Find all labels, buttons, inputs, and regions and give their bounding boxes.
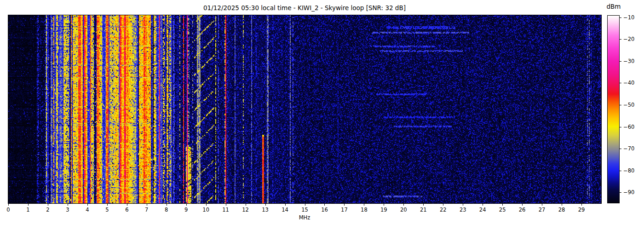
x-tick-label: 24 (479, 207, 486, 213)
x-tick (226, 204, 226, 206)
x-tick (423, 204, 424, 206)
x-tick-label: 21 (420, 207, 427, 213)
colorbar-tick-label: −90 (623, 189, 634, 196)
colorbar-tick-label: −80 (623, 167, 634, 174)
waterfall-canvas (8, 15, 601, 203)
colorbar-tick (620, 39, 621, 40)
colorbar-tick (620, 192, 621, 193)
x-tick-label: 23 (460, 207, 466, 213)
x-tick-label: 19 (380, 207, 387, 213)
x-tick-label: 14 (282, 207, 288, 213)
x-tick-label: 28 (558, 207, 565, 213)
x-tick-label: 11 (222, 207, 229, 213)
colorbar-tick-label: −70 (623, 145, 634, 152)
x-tick (285, 204, 286, 206)
x-tick-label: 29 (578, 207, 585, 213)
x-tick (68, 204, 68, 206)
x-tick (167, 204, 167, 206)
x-tick (147, 204, 147, 206)
x-tick-label: 7 (145, 207, 148, 213)
colorbar-tick-label: −10 (623, 14, 634, 21)
x-tick (48, 204, 48, 206)
colorbar-tick-label: −60 (623, 124, 634, 130)
x-tick (542, 204, 542, 206)
colorbar-tick (620, 105, 621, 105)
x-tick (403, 204, 404, 206)
colorbar-tick (620, 171, 621, 171)
x-tick-label: 5 (105, 207, 109, 213)
colorbar-tick (620, 127, 621, 127)
colorbar-label: dBm (607, 3, 621, 10)
x-tick-label: 9 (184, 207, 188, 213)
colorbar-gradient (607, 15, 620, 203)
x-tick (305, 204, 305, 206)
x-tick (443, 204, 443, 206)
x-tick (28, 204, 29, 206)
x-tick (186, 204, 187, 206)
x-tick-label: 12 (242, 207, 249, 213)
colorbar-tick (620, 61, 621, 62)
x-tick-label: 3 (66, 207, 69, 213)
x-tick-label: 2 (46, 207, 49, 213)
colorbar-tick-label: −40 (623, 80, 634, 86)
x-tick (265, 204, 266, 206)
x-tick-label: 4 (86, 207, 89, 213)
colorbar-tick (620, 149, 621, 149)
x-tick (502, 204, 503, 206)
x-tick-label: 10 (202, 207, 209, 213)
x-tick-label: 1 (26, 207, 29, 213)
x-tick-label: 8 (165, 207, 168, 213)
x-tick (8, 204, 9, 206)
x-tick-label: 15 (301, 207, 308, 213)
x-tick-label: 17 (341, 207, 348, 213)
x-tick-label: 0 (6, 207, 10, 213)
x-tick-label: 26 (519, 207, 526, 213)
x-tick-label: 6 (125, 207, 128, 213)
x-tick (522, 204, 523, 206)
x-tick (364, 204, 364, 206)
colorbar-tick-label: −50 (623, 102, 634, 108)
x-tick (324, 204, 325, 206)
x-tick (384, 204, 384, 206)
x-tick-label: 13 (262, 207, 269, 213)
x-tick-label: 22 (440, 207, 447, 213)
x-tick-label: 25 (499, 207, 506, 213)
x-tick (581, 204, 582, 206)
chart-title: 01/12/2025 05:30 local time - KIWI_2 - S… (203, 4, 406, 12)
spectrogram-figure: 01/12/2025 05:30 local time - KIWI_2 - S… (0, 0, 644, 230)
x-tick (246, 204, 246, 206)
x-tick (562, 204, 562, 206)
colorbar-tick-label: −30 (623, 58, 634, 64)
colorbar-tick-label: −20 (623, 36, 634, 42)
x-tick (344, 204, 345, 206)
x-tick (483, 204, 483, 206)
x-tick-label: 20 (400, 207, 407, 213)
x-tick-label: 18 (361, 207, 368, 213)
x-axis-label: MHz (299, 214, 310, 221)
x-tick (87, 204, 88, 206)
x-tick-label: 27 (539, 207, 546, 213)
x-tick (206, 204, 207, 206)
x-tick (107, 204, 108, 206)
colorbar-tick (620, 83, 621, 83)
colorbar-tick (620, 17, 621, 18)
x-tick (127, 204, 127, 206)
x-tick-label: 16 (321, 207, 328, 213)
x-tick (463, 204, 463, 206)
